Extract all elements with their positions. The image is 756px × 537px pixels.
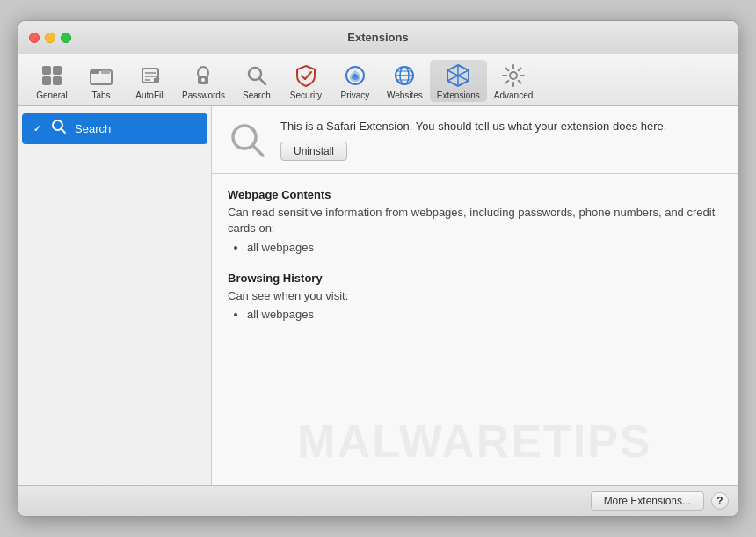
passwords-label: Passwords	[182, 91, 225, 100]
traffic-lights	[29, 33, 71, 43]
extension-icon-small	[50, 118, 68, 140]
toolbar-item-tabs[interactable]: Tabs	[76, 60, 126, 102]
svg-line-32	[62, 129, 66, 134]
advanced-icon	[499, 62, 527, 90]
privacy-icon	[341, 62, 369, 90]
watermark: MALWARETIPS	[297, 415, 651, 468]
detail-panel: This is a Safari Extension. You should t…	[212, 106, 738, 485]
tabs-label: Tabs	[91, 91, 110, 100]
list-item: all webpages	[247, 241, 722, 254]
toolbar-item-websites[interactable]: Websites	[380, 60, 430, 102]
permission-section-browsing-history: Browsing History Can see when you visit:…	[228, 272, 722, 321]
permission-desc-webpage: Can read sensitive information from webp…	[228, 205, 722, 236]
search-label: Search	[243, 91, 271, 100]
permission-list-browsing: all webpages	[247, 308, 722, 321]
svg-rect-2	[42, 76, 51, 85]
title-bar: Extensions	[18, 21, 738, 54]
advanced-label: Advanced	[494, 91, 533, 100]
svg-line-34	[252, 145, 263, 156]
toolbar-item-advanced[interactable]: Advanced	[487, 60, 540, 102]
search-icon	[243, 62, 271, 90]
permission-desc-browsing: Can see when you visit:	[228, 288, 722, 304]
help-button[interactable]: ?	[711, 492, 729, 510]
general-label: General	[36, 91, 68, 100]
extension-big-icon	[226, 119, 268, 161]
general-icon	[38, 62, 66, 90]
svg-line-15	[259, 78, 265, 84]
privacy-label: Privacy	[341, 91, 370, 100]
extension-info: This is a Safari Extension. You should t…	[280, 119, 723, 161]
svg-point-30	[510, 72, 517, 79]
footer: More Extensions... ?	[18, 485, 738, 516]
sidebar-item-search-ext[interactable]: Search	[22, 113, 207, 144]
svg-point-20	[353, 74, 357, 77]
maximize-button[interactable]	[61, 33, 71, 43]
websites-icon	[390, 62, 418, 90]
svg-rect-0	[42, 66, 51, 75]
svg-rect-3	[53, 76, 62, 85]
websites-label: Websites	[387, 91, 423, 100]
permissions-area: Webpage Contents Can read sensitive info…	[212, 174, 738, 485]
autofill-label: AutoFill	[135, 91, 164, 100]
permission-list-webpage: all webpages	[247, 241, 722, 254]
svg-rect-6	[101, 70, 110, 74]
toolbar-item-autofill[interactable]: AutoFill	[126, 60, 175, 102]
extensions-label: Extensions	[437, 91, 480, 100]
extension-description: This is a Safari Extension. You should t…	[280, 119, 723, 134]
svg-rect-1	[53, 66, 62, 75]
autofill-icon	[136, 62, 164, 90]
toolbar-item-privacy[interactable]: Privacy	[331, 60, 380, 102]
passwords-icon	[189, 62, 217, 90]
toolbar-item-security[interactable]: Security	[281, 60, 331, 102]
svg-rect-5	[91, 70, 99, 74]
security-icon	[292, 62, 320, 90]
toolbar-item-search[interactable]: Search	[232, 60, 281, 102]
permission-title-browsing: Browsing History	[228, 272, 722, 285]
tabs-icon	[87, 62, 115, 90]
minimize-button[interactable]	[45, 33, 55, 43]
permission-section-webpage-contents: Webpage Contents Can read sensitive info…	[228, 188, 722, 253]
toolbar-item-extensions[interactable]: Extensions	[430, 60, 487, 102]
toolbar-item-passwords[interactable]: Passwords	[175, 60, 232, 102]
extensions-icon	[444, 62, 472, 90]
toolbar: General Tabs	[18, 54, 738, 106]
safari-extensions-window: Extensions General	[18, 20, 738, 517]
close-button[interactable]	[29, 33, 40, 43]
permission-title-webpage: Webpage Contents	[228, 188, 722, 201]
svg-line-17	[305, 72, 311, 79]
svg-point-13	[201, 78, 205, 82]
main-content: Search This is a Safari Extension. You s…	[18, 106, 738, 485]
toolbar-item-general[interactable]: General	[27, 60, 76, 102]
extension-enabled-checkbox[interactable]	[31, 123, 43, 135]
uninstall-button[interactable]: Uninstall	[280, 142, 347, 161]
list-item: all webpages	[247, 308, 722, 321]
sidebar: Search	[18, 106, 212, 485]
extension-header: This is a Safari Extension. You should t…	[212, 106, 738, 174]
more-extensions-button[interactable]: More Extensions...	[591, 491, 704, 511]
security-label: Security	[290, 91, 322, 100]
sidebar-item-label: Search	[75, 122, 111, 135]
window-title: Extensions	[347, 31, 408, 44]
